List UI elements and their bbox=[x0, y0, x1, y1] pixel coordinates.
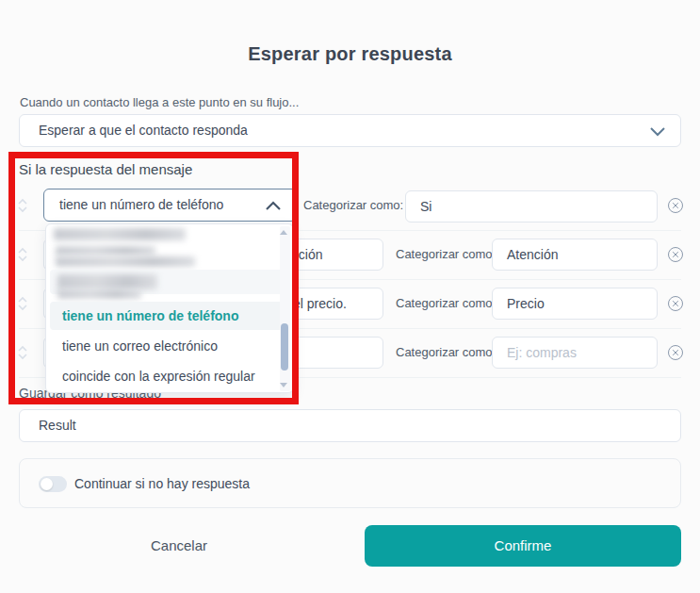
categorize-label: Categorizar como: bbox=[396, 239, 496, 271]
toggle-knob bbox=[41, 478, 53, 490]
drag-handle-icon[interactable] bbox=[16, 345, 29, 360]
no-reply-toggle-label: Continuar si no hay respuesta bbox=[74, 459, 250, 509]
category-input-2[interactable]: Atención bbox=[492, 239, 658, 271]
dialog-title: Esperar por respuesta bbox=[0, 43, 700, 65]
condition-dropdown-panel: tiene un número de teléfono tiene un cor… bbox=[45, 223, 294, 393]
dropdown-item-phone[interactable]: tiene un número de teléfono bbox=[62, 302, 238, 330]
condition-section-label: Si la respuesta del mensaje bbox=[19, 161, 192, 177]
category-input-4[interactable]: Ej: compras bbox=[492, 337, 658, 369]
category-input-3[interactable]: Precio bbox=[492, 288, 658, 320]
category-input-1[interactable]: Si bbox=[405, 190, 658, 222]
chevron-down-icon bbox=[650, 127, 665, 137]
category-value-1: Si bbox=[420, 191, 431, 222]
redacted-dropdown-item[interactable] bbox=[56, 246, 155, 255]
remove-row-icon[interactable] bbox=[667, 197, 684, 214]
flow-label: Cuando un contacto llega a este punto en… bbox=[20, 95, 299, 109]
scrollbar-thumb[interactable] bbox=[281, 323, 288, 371]
flow-action-select[interactable]: Esperar a que el contacto responda bbox=[19, 114, 681, 147]
remove-row-icon[interactable] bbox=[667, 246, 684, 263]
redacted-dropdown-item[interactable] bbox=[56, 256, 195, 267]
categorize-label: Categorizar como: bbox=[396, 337, 496, 369]
drag-handle-icon[interactable] bbox=[16, 296, 29, 311]
redacted-dropdown-item[interactable] bbox=[54, 228, 186, 240]
scrollbar-up-arrow-icon[interactable] bbox=[280, 230, 287, 235]
result-input[interactable]: Result bbox=[19, 409, 681, 442]
drag-handle-icon[interactable] bbox=[16, 247, 29, 262]
no-reply-toggle[interactable] bbox=[39, 476, 67, 492]
drag-handle-icon[interactable] bbox=[16, 198, 29, 213]
result-value: Result bbox=[39, 410, 76, 441]
condition-value-3: el precio. bbox=[293, 288, 347, 319]
confirm-button[interactable]: Confirme bbox=[365, 525, 681, 567]
category-value-2: Atención bbox=[507, 239, 558, 270]
condition-value-2: nción bbox=[291, 239, 322, 270]
redacted-dropdown-item[interactable] bbox=[57, 274, 157, 289]
remove-row-icon[interactable] bbox=[667, 344, 684, 361]
redacted-dropdown-item bbox=[57, 289, 141, 299]
chevron-up-icon bbox=[266, 201, 281, 210]
flow-action-select-value: Esperar a que el contacto responda bbox=[39, 115, 248, 146]
condition-select-open[interactable]: tiene un número de teléfono bbox=[43, 189, 297, 222]
category-placeholder-4: Ej: compras bbox=[507, 338, 577, 368]
no-reply-option-box: Continuar si no hay respuesta bbox=[19, 458, 681, 508]
cancel-button[interactable]: Cancelar bbox=[19, 525, 339, 567]
scrollbar-down-arrow-icon[interactable] bbox=[280, 383, 287, 387]
remove-row-icon[interactable] bbox=[667, 295, 684, 312]
dropdown-item-regex[interactable]: coincide con la expresión regular bbox=[62, 362, 255, 390]
condition-select-value: tiene un número de teléfono bbox=[59, 189, 223, 220]
categorize-label: Categorizar como: bbox=[303, 189, 403, 222]
category-value-3: Precio bbox=[507, 288, 545, 319]
categorize-label: Categorizar como: bbox=[396, 288, 496, 320]
dropdown-item-email[interactable]: tiene un correo electrónico bbox=[62, 332, 218, 360]
